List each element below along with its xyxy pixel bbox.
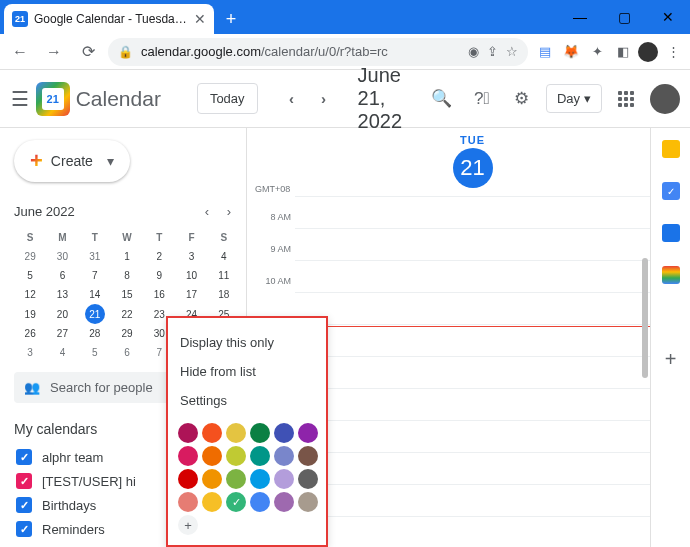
mini-calendar-day[interactable]: 12 <box>14 285 46 304</box>
main-menu-icon[interactable]: ☰ <box>10 79 30 119</box>
window-maximize-button[interactable]: ▢ <box>602 0 646 34</box>
calendar-checkbox[interactable]: ✓ <box>16 473 32 489</box>
mini-calendar-day[interactable]: 28 <box>79 324 111 343</box>
chrome-menu-icon[interactable]: ⋮ <box>662 41 684 63</box>
ctx-display-only[interactable]: Display this only <box>178 328 316 357</box>
mini-calendar-day[interactable]: 13 <box>46 285 78 304</box>
mini-calendar-day[interactable]: 27 <box>46 324 78 343</box>
mini-calendar-day[interactable]: 16 <box>143 285 175 304</box>
calendar-checkbox[interactable]: ✓ <box>16 449 32 465</box>
maps-icon[interactable] <box>662 266 680 284</box>
color-swatch[interactable] <box>298 469 318 489</box>
mini-calendar-day[interactable]: 22 <box>111 304 143 324</box>
mini-calendar-day[interactable]: 10 <box>175 266 207 285</box>
color-swatch[interactable] <box>202 446 222 466</box>
mini-calendar-day[interactable]: 1 <box>111 247 143 266</box>
color-swatch[interactable] <box>250 492 270 512</box>
mini-calendar-day[interactable]: 18 <box>208 285 240 304</box>
prev-period-button[interactable]: ‹ <box>278 85 306 113</box>
calendar-checkbox[interactable]: ✓ <box>16 521 32 537</box>
mini-calendar-next[interactable]: › <box>218 200 240 222</box>
extension-icon-metamask[interactable]: 🦊 <box>560 41 582 63</box>
mini-calendar-day[interactable]: 4 <box>208 247 240 266</box>
create-button[interactable]: + Create ▾ <box>14 140 130 182</box>
address-bar[interactable]: 🔒 calendar.google.com/calendar/u/0/r?tab… <box>108 38 528 66</box>
browser-tab[interactable]: 21 Google Calendar - Tuesday, June ✕ <box>4 4 214 34</box>
mini-calendar-day[interactable]: 19 <box>14 304 46 324</box>
mini-calendar-day[interactable]: 15 <box>111 285 143 304</box>
mini-calendar-day[interactable]: 21 <box>79 304 111 324</box>
color-swatch[interactable] <box>250 446 270 466</box>
mini-calendar-day[interactable]: 11 <box>208 266 240 285</box>
color-swatch[interactable] <box>274 423 294 443</box>
hour-row[interactable] <box>295 292 650 324</box>
addons-plus-icon[interactable]: + <box>665 348 677 371</box>
color-swatch[interactable] <box>202 492 222 512</box>
mini-calendar-day[interactable]: 2 <box>143 247 175 266</box>
color-swatch[interactable] <box>250 469 270 489</box>
mini-calendar-day[interactable]: 17 <box>175 285 207 304</box>
mini-calendar-day[interactable]: 9 <box>143 266 175 285</box>
color-swatch[interactable] <box>298 423 318 443</box>
extension-icon-1[interactable]: ▤ <box>534 41 556 63</box>
today-button[interactable]: Today <box>197 83 258 114</box>
hour-row[interactable] <box>295 452 650 484</box>
mini-calendar-day[interactable]: 5 <box>14 266 46 285</box>
hour-row[interactable] <box>295 420 650 452</box>
color-swatch[interactable] <box>202 423 222 443</box>
mini-calendar-day[interactable]: 3 <box>14 343 46 362</box>
hour-row[interactable] <box>295 516 650 547</box>
window-minimize-button[interactable]: — <box>558 0 602 34</box>
color-swatch[interactable] <box>178 446 198 466</box>
share-icon[interactable]: ⇪ <box>487 44 498 59</box>
hour-grid[interactable] <box>295 196 650 547</box>
color-swatch[interactable] <box>274 446 294 466</box>
mini-calendar-day[interactable]: 14 <box>79 285 111 304</box>
color-swatch[interactable] <box>202 469 222 489</box>
view-selector[interactable]: Day ▾ <box>546 84 602 113</box>
tab-close-icon[interactable]: ✕ <box>194 11 206 27</box>
new-tab-button[interactable]: + <box>218 6 244 32</box>
mini-calendar-day[interactable]: 8 <box>111 266 143 285</box>
mini-calendar-day[interactable]: 3 <box>175 247 207 266</box>
google-apps-icon[interactable] <box>610 83 642 115</box>
ctx-settings[interactable]: Settings <box>178 386 316 415</box>
eye-icon[interactable]: ◉ <box>468 44 479 59</box>
mini-calendar-day[interactable]: 26 <box>14 324 46 343</box>
color-swatch[interactable] <box>274 492 294 512</box>
help-icon[interactable]: ?⃝ <box>466 83 498 115</box>
search-icon[interactable]: 🔍 <box>426 83 458 115</box>
profile-avatar[interactable] <box>638 42 658 62</box>
mini-calendar-day[interactable]: 7 <box>79 266 111 285</box>
mini-calendar-day[interactable]: 5 <box>79 343 111 362</box>
ctx-hide-from-list[interactable]: Hide from list <box>178 357 316 386</box>
color-swatch[interactable] <box>298 446 318 466</box>
mini-calendar-day[interactable]: 30 <box>46 247 78 266</box>
mini-calendar-day[interactable]: 6 <box>46 266 78 285</box>
mini-calendar-day[interactable]: 6 <box>111 343 143 362</box>
color-swatch[interactable] <box>226 423 246 443</box>
color-swatch[interactable] <box>178 492 198 512</box>
hour-row[interactable] <box>295 324 650 356</box>
next-period-button[interactable]: › <box>310 85 338 113</box>
color-swatch[interactable] <box>298 492 318 512</box>
extensions-puzzle-icon[interactable]: ✦ <box>586 41 608 63</box>
color-swatch[interactable] <box>274 469 294 489</box>
mini-calendar-day[interactable]: 29 <box>14 247 46 266</box>
forward-button[interactable]: → <box>40 38 68 66</box>
color-swatch[interactable] <box>226 492 246 512</box>
tasks-icon[interactable] <box>662 182 680 200</box>
contacts-icon[interactable] <box>662 224 680 242</box>
scrollbar[interactable] <box>642 258 648 378</box>
hour-row[interactable] <box>295 484 650 516</box>
keep-icon[interactable] <box>662 140 680 158</box>
hour-row[interactable] <box>295 388 650 420</box>
color-swatch[interactable] <box>226 469 246 489</box>
mini-calendar-day[interactable]: 20 <box>46 304 78 324</box>
color-swatch[interactable] <box>178 423 198 443</box>
window-close-button[interactable]: ✕ <box>646 0 690 34</box>
mini-calendar-day[interactable]: 4 <box>46 343 78 362</box>
back-button[interactable]: ← <box>6 38 34 66</box>
mini-calendar-day[interactable]: 29 <box>111 324 143 343</box>
calendar-checkbox[interactable]: ✓ <box>16 497 32 513</box>
